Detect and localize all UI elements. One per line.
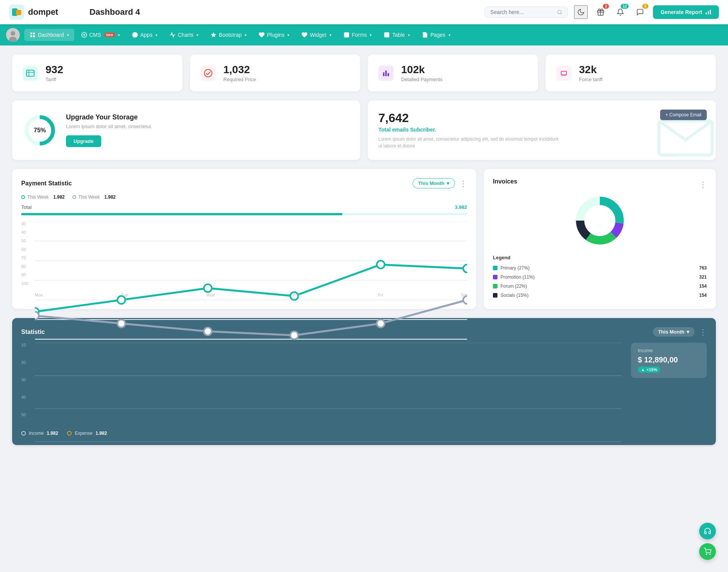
svg-point-58 (377, 261, 385, 269)
force-tariff-label: Force tariff (579, 77, 602, 82)
nav-item-charts[interactable]: Charts ▾ (164, 29, 204, 41)
svg-point-62 (204, 328, 212, 335)
force-tariff-number: 32k (579, 64, 602, 76)
apps-icon (132, 32, 138, 38)
line-chart-svg (35, 221, 467, 359)
bell-btn[interactable]: 12 (613, 5, 627, 19)
svg-rect-13 (30, 33, 32, 34)
invoice-legend-list: Primary (27%) 763 Promotion (11%) 321 Fo… (493, 263, 707, 300)
forum-color (493, 284, 497, 288)
primary-color (493, 266, 497, 270)
logo-text: dompet (28, 7, 58, 17)
month-select-btn[interactable]: This Month ▾ (413, 178, 455, 188)
total-value: 3.982 (455, 204, 467, 210)
nav-item-forms[interactable]: Forms ▾ (338, 29, 377, 41)
plugins-icon (259, 32, 265, 38)
bar-chart-bars (35, 343, 622, 417)
dark-mode-btn[interactable] (574, 5, 588, 19)
header: dompet Dashboard 4 2 12 5 Generate Repor… (0, 0, 728, 24)
generate-report-btn[interactable]: Generate Report (653, 5, 719, 19)
search-input[interactable] (490, 9, 554, 15)
pages-icon (422, 32, 428, 38)
svg-rect-30 (23, 66, 38, 81)
apps-chevron: ▾ (155, 33, 157, 37)
svg-point-64 (377, 320, 385, 328)
widget-chevron: ▾ (329, 33, 331, 37)
invoice-card: Invoices ⋮ Legend (484, 169, 716, 309)
promotion-color (493, 275, 497, 279)
upgrade-btn[interactable]: Upgrade (66, 135, 101, 147)
invoice-donut (493, 194, 707, 247)
table-chevron: ▾ (408, 33, 410, 37)
total-label: Total (21, 204, 31, 210)
statistic-more-btn[interactable]: ⋮ (699, 328, 707, 337)
bar-chart-container: 50 40 30 20 10 (21, 343, 622, 426)
nav-item-bootstrap[interactable]: Bootstrap ▾ (205, 29, 252, 41)
chart-header: Payment Statistic This Month ▾ ⋮ (21, 178, 467, 188)
storage-title: Upgrade Your Storage (66, 113, 152, 121)
nav-item-widget[interactable]: Widget ▾ (296, 29, 337, 41)
svg-rect-15 (30, 35, 32, 37)
stat-month-chevron: ▾ (687, 329, 689, 335)
middle-row: 75% Upgrade Your Storage Lorem ipsum dol… (12, 100, 716, 160)
detailed-payments-number: 102k (401, 64, 442, 76)
nav-item-plugins[interactable]: Plugins ▾ (253, 29, 295, 41)
chart-controls: This Month ▾ ⋮ (413, 178, 467, 188)
nav-item-table[interactable]: Table ▾ (378, 29, 415, 41)
statistic-controls: This Month ▾ ⋮ (653, 327, 707, 337)
nav-item-apps[interactable]: Apps ▾ (127, 29, 163, 41)
nav-item-cms[interactable]: CMS New ▾ (76, 29, 126, 41)
search-bar[interactable] (485, 6, 568, 18)
pages-chevron: ▾ (449, 33, 450, 37)
nav-item-dashboard[interactable]: Dashboard ▾ (24, 29, 74, 41)
svg-point-61 (118, 320, 126, 328)
email-card: + Compose Email 7,642 Total emails Subcr… (368, 100, 716, 160)
svg-rect-39 (388, 73, 389, 76)
widget-icon (301, 32, 308, 38)
bootstrap-icon (210, 32, 217, 38)
required-price-icon (199, 64, 217, 82)
legend-dot-2 (72, 195, 76, 199)
income-dot (21, 431, 26, 436)
svg-point-63 (290, 331, 298, 339)
invoice-more-btn[interactable]: ⋮ (699, 180, 707, 189)
storage-info: Upgrade Your Storage Lorem ipsum dolor s… (66, 113, 152, 147)
nav-item-pages[interactable]: Pages ▾ (417, 29, 456, 41)
gift-badge: 2 (603, 4, 609, 9)
storage-percent: 75% (34, 127, 46, 134)
svg-rect-7 (710, 10, 711, 14)
svg-point-17 (83, 34, 85, 36)
x-labels: Mon Tue Wed Thu Fri Sat (35, 293, 467, 297)
svg-rect-16 (33, 35, 35, 37)
svg-point-59 (463, 265, 467, 273)
plugins-chevron: ▾ (287, 33, 289, 37)
search-icon (557, 9, 562, 15)
page-title: Dashboard 4 (89, 7, 485, 17)
svg-point-60 (35, 312, 39, 320)
storage-card: 75% Upgrade Your Storage Lorem ipsum dol… (12, 100, 360, 160)
svg-line-4 (561, 13, 562, 14)
gift-btn[interactable]: 2 (594, 5, 607, 19)
income-box: Income $ 12,890,00 ▲ +15% (631, 343, 707, 378)
chart-legend: This Week 1.982 This Week 1.982 (21, 194, 467, 200)
svg-point-3 (558, 10, 561, 14)
avatar-image (6, 28, 20, 42)
dashboard-icon (30, 32, 36, 38)
header-right: 2 12 5 Generate Report (485, 5, 719, 19)
stat-month-btn[interactable]: This Month ▾ (653, 327, 695, 337)
chart-progress-fill (21, 213, 342, 215)
chart-invoice-row: Payment Statistic This Month ▾ ⋮ This We… (12, 169, 716, 309)
legend-row-forum: Forum (22%) 154 (493, 282, 707, 291)
svg-point-11 (11, 31, 15, 36)
stat-card-force-tariff: 32k Force tariff (546, 55, 716, 91)
detailed-payments-icon (377, 64, 395, 82)
legend-title: Legend (493, 255, 707, 260)
svg-rect-9 (706, 13, 707, 14)
svg-rect-38 (385, 71, 387, 76)
svg-point-56 (204, 284, 212, 292)
chart-more-btn[interactable]: ⋮ (460, 179, 467, 188)
chart-progress-bg (21, 213, 467, 215)
main-content: 932 Tariff 1,032 Required Price 102k Det… (0, 45, 728, 454)
chat-btn[interactable]: 5 (633, 5, 647, 19)
forms-icon (344, 32, 350, 38)
